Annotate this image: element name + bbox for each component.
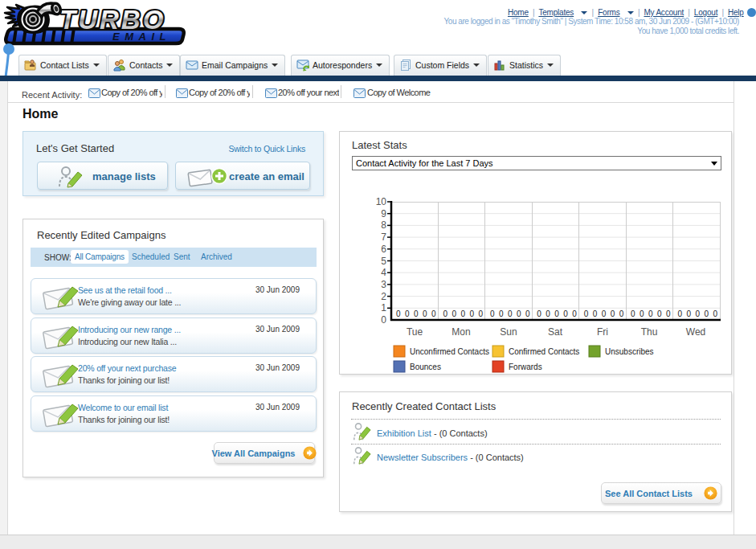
svg-text:Wed: Wed	[686, 326, 705, 338]
svg-text:Tue: Tue	[407, 326, 423, 338]
svg-text:TURBO: TURBO	[59, 5, 166, 35]
svg-text:Bounces: Bounces	[410, 363, 441, 371]
svg-text:Confirmed Contacts: Confirmed Contacts	[509, 347, 579, 356]
svg-text:4: 4	[381, 267, 386, 278]
svg-text:0: 0	[431, 309, 436, 318]
svg-text:Thu: Thu	[641, 326, 658, 338]
svg-text:0: 0	[381, 314, 386, 326]
svg-text:Unconfirmed Contacts: Unconfirmed Contacts	[410, 347, 489, 356]
svg-text:Mon: Mon	[452, 326, 470, 338]
svg-text:8: 8	[381, 219, 386, 231]
svg-text:Fri: Fri	[597, 326, 608, 338]
svg-text:0: 0	[396, 309, 401, 318]
svg-text:0: 0	[405, 309, 410, 318]
svg-text:Unsubscribes: Unsubscribes	[605, 347, 654, 356]
svg-text:0: 0	[423, 309, 427, 318]
svg-text:9: 9	[381, 208, 386, 219]
svg-text:1: 1	[381, 302, 386, 313]
svg-text:7: 7	[381, 231, 386, 243]
svg-text:0: 0	[414, 309, 419, 318]
svg-text:10: 10	[376, 196, 387, 207]
svg-text:2: 2	[381, 291, 386, 302]
svg-text:Forwards: Forwards	[509, 363, 542, 371]
svg-text:5: 5	[381, 256, 386, 267]
svg-text:Sat: Sat	[548, 326, 563, 338]
svg-text:6: 6	[381, 244, 386, 255]
svg-text:3: 3	[381, 279, 386, 290]
svg-text:Sun: Sun	[500, 326, 517, 338]
